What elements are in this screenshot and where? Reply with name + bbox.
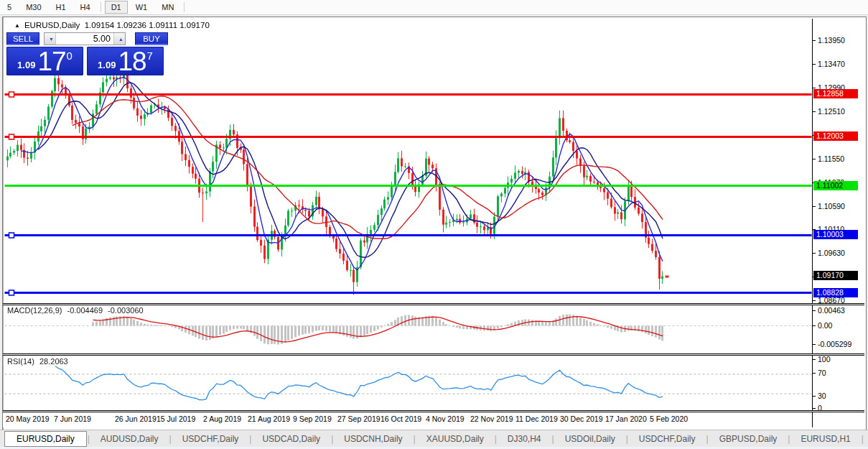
- macd-axis-tick: 0.00463: [813, 306, 845, 315]
- toolbar-separator: [184, 2, 185, 12]
- chart-tab-gbpaud-h1[interactable]: GBPAUD,H1: [864, 432, 868, 446]
- timeframe-button-h4[interactable]: H4: [74, 1, 97, 14]
- chart-tab-usdcnh-daily[interactable]: USDCNH,Daily: [334, 432, 412, 446]
- date-label: 4 Nov 2019: [426, 415, 465, 423]
- timeframe-button-d1[interactable]: D1: [105, 1, 128, 14]
- price-tick: 1.11550: [813, 154, 844, 163]
- chart-tab-usdchf-daily[interactable]: USDCHF,Daily: [629, 432, 706, 446]
- chart-tab-usdchf-daily[interactable]: USDCHF,Daily: [172, 432, 249, 446]
- rsi-value: 28.2063: [39, 357, 68, 366]
- price-tick: 1.10590: [813, 202, 845, 210]
- timeframe-button-mn[interactable]: MN: [155, 1, 180, 14]
- timeframe-button-5[interactable]: 5: [1, 1, 18, 14]
- chart-tab-usdoil-daily[interactable]: USDOil,Daily: [555, 432, 625, 446]
- rsi-axis-tick: 70: [813, 369, 826, 377]
- timeframe-button-h1[interactable]: H1: [50, 1, 73, 14]
- date-label: 16 Oct 2019: [381, 415, 421, 423]
- bid-price-box[interactable]: 1.09 17 0: [6, 47, 83, 75]
- price-tick: 1.12510: [813, 107, 845, 116]
- volume-stepper: ▼ ▲: [44, 32, 126, 45]
- chart-header: ▲EURUSD,Daily 1.09154 1.09236 1.09111 1.…: [14, 21, 210, 29]
- volume-input[interactable]: [55, 33, 114, 45]
- bid-price-major: 1.09: [17, 60, 35, 70]
- sell-button[interactable]: SELL: [6, 32, 39, 45]
- price-level-label: 1.10003: [813, 230, 858, 239]
- macd-name: MACD(12,26,9): [7, 306, 62, 315]
- price-level-label: 1.12858: [813, 89, 858, 98]
- date-label: 9 Sep 2019: [293, 415, 332, 423]
- price-tick: 1.09630: [813, 249, 845, 257]
- rsi-panel-canvas[interactable]: [4, 356, 812, 410]
- chart-tab-eurusd-h1[interactable]: EURUSD,H1: [790, 432, 860, 446]
- one-click-trade-panel: SELL ▼ ▲ BUY 1.09 17 0 1.09 18 7: [6, 32, 169, 75]
- chart-ohlc-values: 1.09154 1.09236 1.09111 1.09170: [85, 21, 210, 29]
- timeframe-toolbar: 5M30H1H4D1W1MN: [0, 0, 868, 15]
- chart-tab-gbpusd-daily[interactable]: GBPUSD,Daily: [709, 432, 788, 446]
- date-axis[interactable]: 20 May 20197 Jun 201926 Jun 201915 Jul 2…: [3, 412, 812, 427]
- volume-decrease-button[interactable]: ▼: [45, 33, 55, 45]
- date-label: 17 Jan 2020: [605, 415, 647, 423]
- ask-price-point: 7: [147, 50, 153, 62]
- chart-tab-bar: EURUSD,Daily|AUDUSD,Daily|USDCHF,Daily|U…: [0, 430, 868, 448]
- timeframe-button-m30[interactable]: M30: [19, 1, 47, 14]
- price-level-label: 1.09170: [813, 271, 858, 280]
- panel-separator[interactable]: [3, 410, 864, 412]
- chart-symbol-label: EURUSD,Daily: [24, 21, 80, 29]
- date-label: 30 Dec 2019: [560, 415, 603, 423]
- bid-price-point: 0: [67, 50, 73, 62]
- date-label: 7 Jun 2019: [54, 415, 91, 423]
- ask-price-pips: 18: [118, 51, 146, 73]
- date-label: 5 Feb 2020: [650, 415, 688, 423]
- macd-label-row: MACD(12,26,9) -0.004469 -0.003060: [7, 306, 146, 315]
- macd-main-value: -0.004469: [67, 306, 103, 315]
- rsi-axis-tick: 30: [813, 392, 826, 400]
- chart-tab-dj30-h4[interactable]: DJ30,H4: [498, 432, 551, 446]
- date-label: 21 Aug 2019: [248, 415, 290, 423]
- ask-price-major: 1.09: [98, 60, 116, 70]
- date-label: 15 Jul 2019: [157, 415, 195, 423]
- date-label: 26 Jun 2019: [115, 415, 157, 423]
- collapse-icon[interactable]: ▲: [14, 22, 20, 29]
- date-label: 27 Sep 2019: [337, 415, 381, 423]
- price-tick: 1.13950: [813, 36, 845, 45]
- macd-axis-tick: 0.00: [813, 321, 832, 330]
- date-label: 11 Dec 2019: [515, 415, 558, 423]
- bid-price-pips: 17: [37, 51, 65, 73]
- ask-price-box[interactable]: 1.09 18 7: [87, 47, 164, 75]
- buy-button[interactable]: BUY: [135, 32, 168, 45]
- volume-increase-button[interactable]: ▲: [114, 33, 125, 45]
- macd-signal-value: -0.003060: [108, 306, 144, 315]
- date-label: 2 Aug 2019: [203, 415, 241, 423]
- price-level-label: 1.11002: [813, 181, 858, 190]
- chart-tab-xauusd-daily[interactable]: XAUUSD,Daily: [416, 432, 494, 446]
- chart-tab-usdcad-daily[interactable]: USDCAD,Daily: [252, 432, 330, 446]
- price-level-label: 1.08828: [813, 288, 858, 297]
- timeframe-button-w1[interactable]: W1: [129, 1, 154, 14]
- price-level-label: 1.12003: [813, 131, 858, 141]
- panel-separator[interactable]: [3, 303, 864, 305]
- date-label: 20 May 2019: [6, 415, 50, 423]
- rsi-label-row: RSI(14) 28.2063: [7, 357, 71, 366]
- chart-tab-audusd-daily[interactable]: AUDUSD,Daily: [90, 432, 169, 446]
- chart-tab-eurusd-daily[interactable]: EURUSD,Daily: [4, 431, 87, 447]
- price-tick: 1.13470: [813, 60, 845, 68]
- date-label: 22 Nov 2019: [470, 415, 513, 423]
- rsi-name: RSI(14): [7, 357, 34, 366]
- rsi-axis-tick: 100: [813, 355, 831, 364]
- toolbar-separator: [101, 2, 101, 12]
- panel-separator[interactable]: [3, 353, 864, 356]
- price-axis[interactable]: 1.139501.134701.129901.125101.120301.115…: [812, 19, 868, 427]
- macd-axis-tick: -0.005299: [813, 340, 851, 348]
